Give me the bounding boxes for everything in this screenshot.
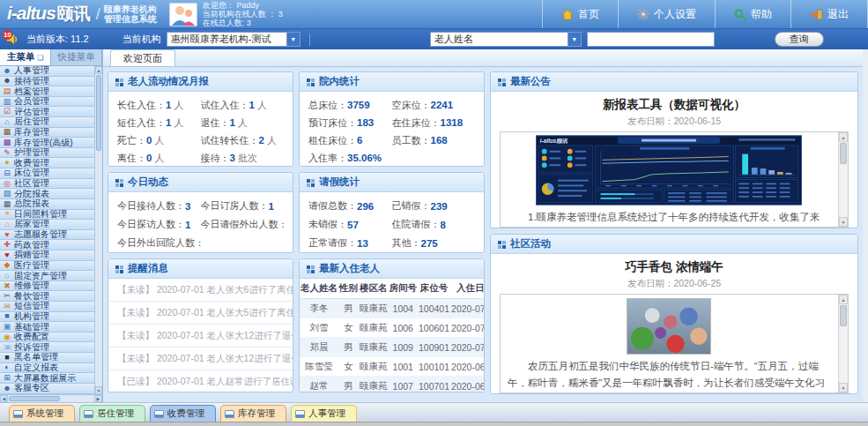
sidebar-menu-item[interactable]: ◆ 医疗管理 — [0, 261, 94, 272]
scrollbar-thumb[interactable] — [96, 75, 101, 151]
sidebar-menu-item[interactable]: ■ 黑名单管理 — [0, 353, 94, 363]
reminder-item[interactable]: 【已读】 2020-07-01 老人赵常进行了居住调整申请操作 — [108, 370, 293, 392]
menu-item-label: 居住管理 — [14, 117, 49, 128]
svg-text:i-altus颐讯: i-altus颐讯 — [540, 138, 568, 145]
sidebar-menu-item[interactable]: ■ 机构管理 — [0, 312, 94, 323]
sidebar-menu-item[interactable]: ▦ 总院报表 — [0, 199, 94, 210]
panel-grid-icon — [115, 78, 119, 82]
menu-item-label: 志愿服务管理 — [14, 230, 67, 241]
sidebar-menu-item[interactable]: ● 收费管理 — [0, 158, 94, 168]
tab-quick-menu[interactable]: 快捷菜单 — [51, 49, 102, 65]
sidebar-menu-item[interactable]: ▤ 档案管理 — [0, 86, 94, 97]
scrollbar-thumb[interactable] — [9, 396, 60, 401]
menu-item-icon: ✉ — [3, 303, 11, 310]
panel-title: 最新公告 — [510, 75, 551, 88]
taskbar-tab[interactable]: 居住管理 — [79, 405, 145, 422]
stat-item: 今日外出回院人数： 0 — [117, 235, 201, 252]
cell-building: 颐康苑 — [359, 318, 389, 338]
scroll-up-icon[interactable]: ▲ — [95, 66, 102, 74]
scroll-up-icon[interactable]: ▲ — [839, 132, 848, 142]
sidebar-menu-item[interactable]: ♥ 志愿服务管理 — [0, 230, 94, 241]
stat-item: 试住转长住： 2 人 — [201, 131, 285, 149]
avatar-image — [170, 4, 197, 26]
nav-logout[interactable]: 退出 — [790, 0, 868, 28]
newest-residents-table: 老人姓名性别楼区名房间号床位号入住日期 李冬 男 颐康苑 — [300, 279, 485, 392]
sidebar-menu-item[interactable]: ⌂ 居家管理 — [0, 220, 94, 230]
sidebar-vertical-scrollbar[interactable]: ▲ ▼ — [94, 66, 102, 394]
sidebar-menu-item[interactable]: ⊞ 大屏幕数据展示 — [0, 373, 94, 384]
tab-main-menu[interactable]: 主菜单 ❏ — [0, 49, 51, 65]
tab-welcome-page[interactable]: 欢迎页面 — [110, 49, 175, 66]
sidebar-menu-item[interactable]: ☻ 客服专区 — [0, 384, 94, 394]
scroll-left-icon[interactable]: ◀ — [0, 395, 8, 402]
scroll-down-icon[interactable]: ▼ — [839, 383, 848, 392]
table-row[interactable]: 李冬 男 颐康苑 1004 100401 2020-07-01 — [300, 299, 485, 318]
org-select[interactable]: 惠州颐康养老机构-测试 ▼ — [167, 32, 300, 47]
sidebar-menu-item[interactable]: ✂ 餐饮管理 — [0, 291, 94, 302]
sidebar-menu-item[interactable]: ▦ 库存管理 — [0, 128, 94, 138]
activity-scrollbar[interactable]: ▲ ▼ — [838, 295, 848, 392]
nav-home[interactable]: 首页 — [542, 0, 618, 28]
nav-help[interactable]: 帮助 — [715, 0, 790, 28]
cell-bed: 100101 — [418, 357, 450, 377]
notification-speaker-icon[interactable]: 10 — [5, 33, 21, 47]
table-row[interactable]: 郑晨 男 颐康苑 1009 100901 2020-07-01 — [300, 338, 485, 357]
sidebar-menu-item[interactable]: ♥ 捐赠管理 — [0, 250, 94, 261]
reminder-item[interactable]: 【未读】 2020-07-01 老人张大12进行了退住申请操作 — [108, 348, 293, 370]
panel-newest-residents: 最新入住老人 老人姓名性别楼区名房间号床位号入住日期 — [299, 258, 485, 392]
gear-icon — [637, 8, 649, 20]
scroll-down-icon[interactable]: ▼ — [839, 217, 848, 227]
sidebar-menu-item[interactable]: ▨ 分院报表 — [0, 189, 94, 199]
sidebar-menu-item[interactable]: ⌂ 固定资产管理 — [0, 271, 94, 281]
scroll-down-icon[interactable]: ▼ — [95, 386, 102, 394]
sidebar-menu-item[interactable]: ◎ 社区管理 — [0, 179, 94, 190]
reminder-item[interactable]: 【未读】 2020-07-01 老人张大5进行了离住申请操作 — [108, 302, 293, 325]
cell-name: 赵常 — [300, 377, 338, 393]
sidebar-menu-item[interactable]: ▥ 会员管理 — [0, 97, 94, 108]
reminder-item[interactable]: 【未读】 2020-07-01 老人张大6进行了离住申请操作 — [108, 279, 293, 302]
sidebar-menu-item[interactable]: ✎ 护理管理 — [0, 148, 94, 159]
sidebar-menu-item[interactable]: ☏ 投诉管理 — [0, 342, 94, 353]
scrollbar-thumb[interactable] — [840, 143, 847, 164]
cell-sex: 男 — [338, 377, 359, 393]
table-row[interactable]: 赵常 男 颐康苑 1007 100701 2020-06-30 — [300, 377, 485, 393]
stat-item: 请假总数： 296 — [308, 198, 392, 215]
welcome-label: 欢迎您： — [203, 1, 234, 10]
sidebar-menu-item[interactable]: ✖ 维修管理 — [0, 281, 94, 292]
sidebar-menu-item[interactable]: ◐ 自定义报表 — [0, 363, 94, 374]
taskbar-tab[interactable]: 人事管理 — [291, 405, 357, 422]
sidebar-menu-item[interactable]: ▣ 基础管理 — [0, 322, 94, 333]
sidebar-menu-item[interactable]: ◉ 收费配置 — [0, 333, 94, 343]
sidebar-menu-item[interactable]: ✉ 短信管理 — [0, 302, 94, 312]
search-button[interactable]: 查询 — [775, 32, 824, 47]
sidebar-menu-item[interactable]: ⊟ 床位管理 — [0, 168, 94, 179]
table-row[interactable]: 陈雪莹 女 颐康苑 1001 100101 2020-06-30 — [300, 357, 485, 377]
sidebar-menu-item[interactable]: ⌂ 居住管理 — [0, 117, 94, 128]
panel-title: 社区活动 — [510, 237, 551, 250]
scroll-up-icon[interactable]: ▲ — [839, 295, 848, 304]
announcement-scrollbar[interactable]: ▲ ▼ — [838, 132, 848, 227]
sidebar-menu-item[interactable]: ☑ 评估管理 — [0, 107, 94, 117]
taskbar-tab[interactable]: 系统管理 — [9, 405, 75, 422]
sidebar-menu-item[interactable]: ☻ 人事管理 — [0, 66, 94, 77]
table-row[interactable]: 刘雪 女 颐康苑 1006 100601 2020-07-01 — [300, 318, 485, 338]
nav-personal-settings[interactable]: 个人设置 — [618, 0, 715, 28]
elder-name-filter-select[interactable]: 老人姓名 ▼ — [430, 32, 582, 47]
scrollbar-thumb[interactable] — [840, 305, 847, 326]
taskbar-tab[interactable]: 库存管理 — [220, 405, 286, 422]
sidebar-menu-item[interactable]: ▩ 库存管理(高级) — [0, 138, 94, 148]
cell-sex: 男 — [338, 299, 359, 318]
cell-bed: 100401 — [418, 299, 450, 318]
panel-title: 请假统计 — [319, 176, 360, 189]
menu-item-icon: ▦ — [3, 200, 11, 208]
table-header-row: 老人姓名性别楼区名房间号床位号入住日期 — [300, 279, 485, 299]
sidebar-horizontal-scrollbar[interactable]: ◀ ▶ — [0, 394, 102, 402]
sidebar-menu-item[interactable]: ☻ 接待管理 — [0, 77, 94, 87]
menu-item-label: 床位管理 — [14, 168, 49, 179]
sidebar-menu-item[interactable]: ☀ 日间照料管理 — [0, 210, 94, 220]
taskbar-tab[interactable]: 收费管理 — [150, 405, 216, 422]
search-input[interactable] — [587, 32, 715, 47]
sidebar-menu-item[interactable]: ✚ 药政管理 — [0, 240, 94, 250]
reminder-item[interactable]: 【未读】 2020-07-01 老人张大12进行了退住审核操作 — [108, 325, 293, 348]
scroll-right-icon[interactable]: ▶ — [94, 395, 102, 402]
